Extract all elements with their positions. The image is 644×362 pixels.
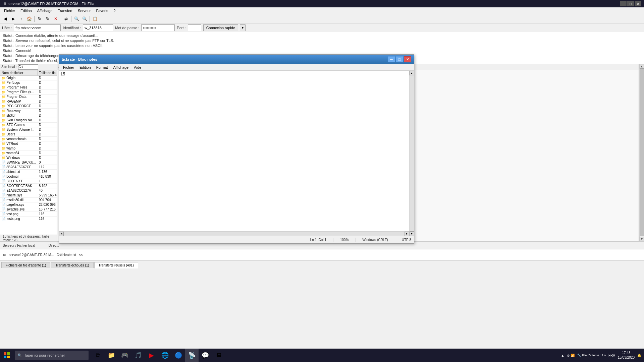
notepad-scroll-right[interactable]: ► bbox=[405, 232, 409, 236]
pin-app-4[interactable]: 🌐 bbox=[158, 349, 172, 362]
close-button[interactable]: ✕ bbox=[635, 1, 641, 6]
file-table-row[interactable]: 📁 WindowsD bbox=[0, 156, 57, 160]
file-table-row[interactable]: 📄 msdia80.dll904 704E bbox=[0, 198, 57, 202]
pin-app-1[interactable]: 🎮 bbox=[118, 349, 131, 362]
search-button[interactable]: 🔍 bbox=[73, 15, 80, 22]
hote-input[interactable] bbox=[14, 24, 61, 31]
notification-center-icon[interactable]: 🔔 bbox=[637, 354, 641, 357]
notepad-hscroll-thumb[interactable] bbox=[64, 232, 404, 236]
file-icon: 📄 bbox=[2, 175, 6, 178]
pin-app-5[interactable]: 🔵 bbox=[172, 349, 185, 362]
file-table-row[interactable]: 📁 ProgramDataD bbox=[0, 95, 57, 99]
notepad-menu-format[interactable]: Format bbox=[94, 65, 111, 70]
back-button[interactable]: ◀ bbox=[1, 15, 9, 22]
file-table-row[interactable]: 📁 REC GEFORCED bbox=[0, 104, 57, 109]
notepad-scroll-down[interactable]: ▼ bbox=[410, 231, 414, 236]
notepad-maximize-btn[interactable]: □ bbox=[396, 56, 403, 62]
scroll-up-btn[interactable]: ▲ bbox=[640, 64, 644, 69]
log-button[interactable]: 📋 bbox=[91, 15, 99, 22]
file-table-row[interactable]: 📁 PerfLogsD bbox=[0, 80, 57, 85]
menu-edition[interactable]: Edition bbox=[18, 8, 35, 13]
home-button[interactable]: 🏠 bbox=[25, 15, 33, 22]
notepad-scroll-left[interactable]: ◄ bbox=[59, 232, 64, 236]
notepad-scroll-up[interactable]: ▲ bbox=[410, 71, 414, 75]
notepad-menu-aide[interactable]: Aide bbox=[131, 65, 144, 70]
file-table-row[interactable]: 📄 abtext.txt1 136D bbox=[0, 170, 57, 174]
taskbar-clock[interactable]: 17:43 15/03/2020 bbox=[618, 351, 635, 360]
menu-affichage[interactable]: Affichage bbox=[35, 8, 55, 13]
folder-icon: 📁 bbox=[2, 146, 6, 150]
file-table-row[interactable]: 📄 E1A82CC0127A40Fi bbox=[0, 188, 57, 193]
file-table-row[interactable]: 📁 Skin Français No...D bbox=[0, 118, 57, 123]
file-table-row[interactable]: 📁 wampD bbox=[0, 146, 57, 151]
file-table-row[interactable]: 📁 RecoveryD bbox=[0, 109, 57, 113]
tab-queue[interactable]: Fichiers en file d'attente (1) bbox=[1, 262, 50, 268]
up-button[interactable]: ↑ bbox=[17, 15, 25, 22]
pin-app-3[interactable]: ▶ bbox=[145, 349, 158, 362]
file-table-row[interactable]: 📄 bootmgr410 830Fi bbox=[0, 174, 57, 179]
forward-button[interactable]: ▶ bbox=[9, 15, 17, 22]
pin-app-2[interactable]: 🎵 bbox=[131, 349, 145, 362]
file-table-row[interactable]: 📄 swapfile.sys16 777 216Fi bbox=[0, 207, 57, 212]
notepad-menu-edition[interactable]: Edition bbox=[77, 65, 94, 70]
port-input[interactable] bbox=[188, 24, 201, 31]
file-icon: 📄 bbox=[2, 189, 6, 192]
filezilla-btn[interactable]: 📡 bbox=[185, 349, 199, 362]
file-table-row[interactable]: 📁 venomcheatsD bbox=[0, 137, 57, 141]
file-table-row[interactable]: 📄 8B28AE5C67CF112Fi bbox=[0, 165, 57, 170]
file-table-row[interactable]: 📁 Program FilesD bbox=[0, 85, 57, 90]
queue-status: 🔧 File d'attente : 2 o bbox=[577, 354, 606, 357]
notepad-scroll-thumb[interactable] bbox=[410, 76, 414, 231]
menu-fichier[interactable]: Fichier bbox=[1, 8, 18, 13]
col-name[interactable]: Nom de fichier bbox=[0, 70, 38, 76]
file-table-row[interactable]: 📁 VTRootD bbox=[0, 141, 57, 146]
sync-button[interactable]: ⇄ bbox=[62, 15, 70, 22]
file-table-row[interactable]: 📁 RAGEMPD bbox=[0, 99, 57, 104]
maximize-button[interactable]: □ bbox=[627, 1, 634, 6]
tab-failed[interactable]: Transferts échoués (1) bbox=[51, 262, 93, 268]
search-filter-button[interactable]: 🔍 bbox=[81, 15, 88, 22]
task-view-btn[interactable]: ⧉ bbox=[91, 349, 105, 362]
file-table-row[interactable]: 📁 UsersD bbox=[0, 132, 57, 137]
refresh-button[interactable]: ↻ bbox=[36, 15, 43, 22]
file-table-row[interactable]: 📄 hiberfil.sys5 999 165 4...Fi bbox=[0, 193, 57, 198]
file-table-row[interactable]: 📄 BOOTSECT.BAK8 192Fi bbox=[0, 184, 57, 188]
menu-help[interactable]: ? bbox=[111, 8, 118, 13]
notepad-close-btn[interactable]: ✕ bbox=[404, 56, 411, 62]
notepad-minimize-btn[interactable]: ─ bbox=[388, 56, 395, 62]
file-table-row[interactable]: 📁 sh3ldrD bbox=[0, 113, 57, 118]
local-site-input[interactable] bbox=[18, 64, 38, 70]
minimize-button[interactable]: ─ bbox=[620, 1, 627, 6]
start-button[interactable] bbox=[0, 349, 13, 362]
explorer-btn[interactable]: 📁 bbox=[105, 349, 118, 362]
menu-favoris[interactable]: Favoris bbox=[93, 8, 111, 13]
notepad-menu-fichier[interactable]: Fichier bbox=[60, 65, 77, 70]
scroll-thumb[interactable] bbox=[640, 69, 644, 236]
scroll-down-btn[interactable]: ▼ bbox=[640, 237, 644, 241]
menu-transfert[interactable]: Transfert bbox=[55, 8, 75, 13]
file-table-row[interactable]: 📄 testx.png116Fi bbox=[0, 217, 57, 221]
cancel-button[interactable]: ✕ bbox=[52, 15, 59, 22]
connect-dropdown[interactable]: ▼ bbox=[240, 24, 246, 31]
password-input[interactable] bbox=[141, 24, 175, 31]
col-size[interactable]: Taille de fic... bbox=[38, 70, 57, 76]
file-table-row[interactable]: 📄 test.png116Fi bbox=[0, 212, 57, 217]
file-table-row[interactable]: 📄 pagefile.sys22 020 096 ...Fi bbox=[0, 202, 57, 207]
pin-app-6[interactable]: 💬 bbox=[199, 349, 212, 362]
tab-success[interactable]: Transferts réussis (481) bbox=[94, 262, 138, 268]
connect-button[interactable]: Connexion rapide bbox=[203, 24, 238, 31]
file-table-row[interactable]: 📁 System Volume I...D bbox=[0, 127, 57, 132]
pin-app-7[interactable]: 🖥 bbox=[212, 349, 225, 362]
file-table-row[interactable]: 📁 wamp64D bbox=[0, 151, 57, 156]
menu-serveur[interactable]: Serveur bbox=[75, 8, 94, 13]
identifiant-input[interactable] bbox=[83, 24, 113, 31]
notepad-menu-affichage[interactable]: Affichage bbox=[111, 65, 131, 70]
file-table-row[interactable]: 📁 OriginD bbox=[0, 76, 57, 80]
refresh-server-button[interactable]: ↻ bbox=[44, 15, 51, 22]
file-table-row[interactable]: 📄 SWINRE_BACKU...0Fi bbox=[0, 160, 57, 165]
file-table-row[interactable]: 📄 BOOTNXT1Fi bbox=[0, 179, 57, 184]
search-box[interactable]: 🔍 Taper ici pour rechercher bbox=[15, 351, 89, 360]
file-table-row[interactable]: 📁 Program Files (x...D bbox=[0, 90, 57, 95]
file-table-row[interactable]: 📁 STG GamesD bbox=[0, 123, 57, 127]
notepad-content-area[interactable]: 15 bbox=[59, 71, 414, 236]
